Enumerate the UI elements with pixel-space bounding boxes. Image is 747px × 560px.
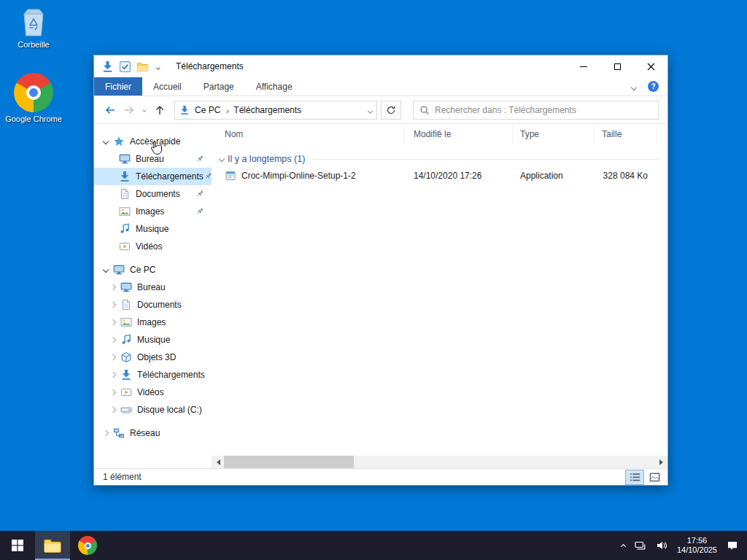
scroll-right-arrow-icon[interactable] — [655, 456, 667, 468]
application-file-icon — [225, 170, 236, 182]
taskbar-clock[interactable]: 17:56 14/10/2025 — [677, 536, 717, 555]
breadcrumb-ce-pc[interactable]: Ce PC — [194, 105, 221, 115]
recycle-bin-icon — [19, 6, 48, 38]
sidebar-item-musique-qa[interactable]: Musique — [94, 220, 212, 238]
sidebar-item-telechargements-qa[interactable]: Téléchargements — [94, 168, 212, 185]
group-collapse-chevron-icon[interactable] — [217, 157, 226, 161]
search-input[interactable] — [435, 105, 652, 115]
file-name: Croc-Mimpi-Online-Setup-1-2 — [241, 171, 356, 181]
help-icon[interactable]: ? — [648, 81, 659, 92]
sidebar-item-bureau[interactable]: Bureau — [94, 279, 212, 296]
taskbar-chrome-button[interactable] — [70, 531, 105, 560]
show-hidden-icons-chevron-icon[interactable] — [622, 540, 625, 551]
group-rule — [312, 159, 659, 160]
chevron-right-icon[interactable] — [109, 303, 117, 307]
horizontal-scrollbar[interactable] — [212, 456, 667, 468]
column-header-type[interactable]: Type — [513, 124, 595, 144]
sidebar-item-label: Accès rapide — [130, 136, 180, 147]
windows-logo-icon — [12, 540, 23, 551]
sidebar-item-label: Objets 3D — [137, 352, 176, 362]
back-button[interactable] — [101, 101, 119, 119]
documents-icon — [120, 299, 132, 311]
pin-icon — [196, 190, 204, 198]
chevron-right-icon[interactable] — [109, 338, 117, 342]
breadcrumb-telechargements[interactable]: Téléchargements — [233, 105, 302, 115]
sidebar-item-videos[interactable]: Vidéos — [94, 384, 212, 401]
breadcrumb-separator-icon[interactable] — [225, 105, 228, 115]
tab-partage[interactable]: Partage — [193, 77, 245, 96]
volume-icon[interactable] — [656, 540, 667, 551]
chevron-right-icon[interactable] — [101, 431, 110, 435]
network-tray-icon[interactable] — [635, 540, 646, 551]
chevron-down-icon[interactable] — [101, 139, 110, 144]
maximize-icon — [614, 63, 621, 70]
history-dropdown-chevron-icon[interactable] — [139, 109, 150, 112]
sidebar-item-images-qa[interactable]: Images — [94, 203, 212, 220]
sidebar-item-quick-access[interactable]: Accès rapide — [94, 133, 212, 150]
maximize-button[interactable] — [600, 55, 634, 77]
action-center-icon[interactable] — [727, 540, 738, 551]
quick-access-properties-icon[interactable] — [119, 61, 131, 73]
title-bar[interactable]: Téléchargements — [94, 55, 667, 77]
chevron-right-icon[interactable] — [109, 373, 117, 377]
quick-access-star-icon — [113, 136, 125, 147]
customize-toolbar-chevron-icon[interactable] — [157, 61, 160, 71]
forward-button[interactable] — [120, 101, 138, 119]
column-header-modifie-le[interactable]: Modifié le — [405, 124, 513, 144]
start-button[interactable] — [0, 531, 35, 560]
sidebar-item-bureau-qa[interactable]: Bureau — [94, 150, 212, 168]
chevron-right-icon[interactable] — [109, 285, 117, 289]
sidebar-item-objets-3d[interactable]: Objets 3D — [94, 349, 212, 366]
file-row[interactable]: Croc-Mimpi-Online-Setup-1-2 14/10/2020 1… — [212, 168, 667, 184]
desktop-icon-recycle-bin[interactable]: Corbeille — [4, 6, 63, 49]
sidebar-item-label: Disque local (C:) — [137, 405, 202, 415]
videos-icon — [119, 241, 131, 252]
column-header-taille[interactable]: Taille — [595, 124, 657, 144]
sidebar-item-images[interactable]: Images — [94, 314, 212, 331]
scrollbar-thumb[interactable] — [224, 456, 354, 468]
thumbnails-view-button[interactable] — [646, 470, 663, 484]
chevron-right-icon[interactable] — [109, 408, 117, 412]
search-box[interactable] — [413, 101, 659, 120]
desktop-icon-label: Google Chrome — [5, 114, 62, 123]
scroll-left-arrow-icon[interactable] — [212, 456, 224, 468]
address-dropdown-chevron-icon[interactable] — [368, 105, 372, 115]
tab-affichage[interactable]: Affichage — [245, 77, 303, 96]
expand-ribbon-chevron-icon[interactable] — [632, 82, 636, 92]
sidebar-item-disque-local[interactable]: Disque local (C:) — [94, 401, 212, 419]
refresh-button[interactable] — [381, 101, 401, 120]
taskbar-file-explorer-button[interactable] — [35, 531, 70, 560]
sidebar-item-telechargements[interactable]: Téléchargements — [94, 366, 212, 384]
this-pc-icon — [113, 264, 125, 276]
file-size: 328 084 Ko — [595, 171, 657, 181]
sidebar-item-label: Vidéos — [136, 241, 162, 252]
sidebar-item-ce-pc[interactable]: Ce PC — [94, 261, 212, 279]
desktop-icon — [120, 281, 132, 293]
column-header-nom[interactable]: Nom — [212, 124, 405, 144]
desktop-icon-google-chrome[interactable]: Google Chrome — [4, 73, 63, 123]
close-button[interactable] — [634, 55, 667, 77]
up-button[interactable] — [151, 101, 169, 119]
close-icon — [647, 63, 655, 71]
tab-accueil[interactable]: Accueil — [142, 77, 193, 96]
tab-fichier[interactable]: Fichier — [94, 77, 142, 96]
chevron-right-icon[interactable] — [109, 355, 117, 359]
chevron-down-icon[interactable] — [101, 268, 110, 272]
sidebar-item-label: Images — [137, 317, 166, 327]
sidebar-item-documents-qa[interactable]: Documents — [94, 185, 212, 203]
minimize-button[interactable] — [567, 55, 600, 77]
chevron-right-icon[interactable] — [109, 320, 117, 324]
item-count: 1 élément — [103, 472, 142, 482]
music-icon — [119, 223, 131, 235]
sidebar-item-documents[interactable]: Documents — [94, 296, 212, 314]
address-bar[interactable]: Ce PC Téléchargements — [174, 101, 377, 120]
group-header[interactable]: Il y a longtemps (1) — [212, 150, 667, 168]
sidebar-item-reseau[interactable]: Réseau — [94, 424, 212, 442]
sidebar-item-videos-qa[interactable]: Vidéos — [94, 238, 212, 255]
desktop-icon-label: Corbeille — [18, 40, 49, 49]
sidebar-item-musique[interactable]: Musique — [94, 331, 212, 349]
pin-icon — [196, 155, 204, 163]
chevron-right-icon[interactable] — [109, 390, 117, 394]
quick-access-new-folder-icon[interactable] — [136, 61, 149, 73]
details-view-button[interactable] — [626, 470, 643, 484]
